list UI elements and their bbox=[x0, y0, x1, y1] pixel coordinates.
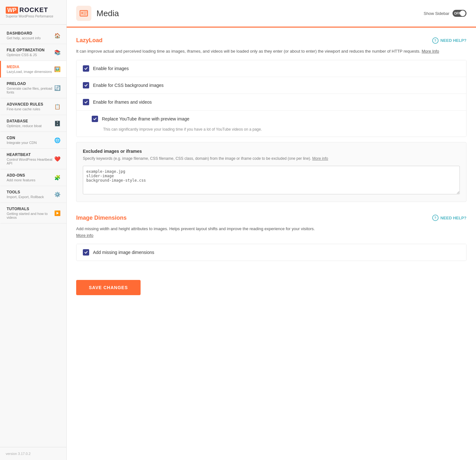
nav-item-text-add-ons: ADD-ONS Add more features bbox=[7, 173, 36, 182]
label-enable-css-bg: Enable for CSS background images bbox=[93, 83, 164, 88]
option-enable-iframes: Enable for iframes and videos bbox=[76, 94, 466, 111]
lazyload-desc: It can improve actual and perceived load… bbox=[76, 48, 466, 55]
nav-item-text-media: MEDIA LazyLoad, image dimensions bbox=[7, 65, 52, 74]
excluded-textarea[interactable]: example-image.jpg slider-image backgroun… bbox=[83, 166, 460, 194]
nav-title-database: DATABASE bbox=[7, 119, 42, 123]
nav-icon-advanced-rules: 📋 bbox=[54, 104, 61, 110]
svg-point-2 bbox=[81, 12, 83, 14]
toggle-thumb bbox=[460, 10, 466, 16]
page-header: Media Show Sidebar OFF bbox=[67, 0, 476, 28]
sidebar-nav: DASHBOARD Get help, account info 🏠 FILE … bbox=[0, 25, 66, 447]
page-header-left: Media bbox=[76, 6, 119, 21]
option-enable-images: Enable for images bbox=[76, 60, 466, 77]
checkbox-enable-iframes[interactable] bbox=[83, 99, 89, 105]
nav-title-tools: TOOLS bbox=[7, 190, 44, 194]
checkbox-enable-images[interactable] bbox=[83, 65, 89, 72]
excluded-more-info[interactable]: More info bbox=[312, 156, 328, 161]
need-help-label: NEED HELP? bbox=[440, 38, 466, 43]
nav-icon-tutorials: ▶️ bbox=[54, 210, 61, 216]
image-dimensions-more-info[interactable]: More info bbox=[76, 233, 93, 238]
main-content: Media Show Sidebar OFF LazyLoad ? NEED H… bbox=[67, 0, 476, 460]
logo-tagline: Superior WordPress Performance bbox=[6, 15, 61, 18]
nav-item-text-cdn: CDN Integrate your CDN bbox=[7, 136, 37, 145]
nav-title-tutorials: TUTORIALS bbox=[7, 207, 54, 211]
nav-title-media: MEDIA bbox=[7, 65, 52, 69]
sidebar-toggle[interactable]: OFF bbox=[453, 10, 466, 17]
excluded-title: Excluded images or iframes bbox=[83, 149, 460, 154]
sidebar-item-add-ons[interactable]: ADD-ONS Add more features 🧩 bbox=[0, 169, 66, 186]
checkbox-add-dimensions[interactable] bbox=[83, 249, 89, 256]
label-enable-images: Enable for images bbox=[93, 66, 129, 71]
page-header-right: Show Sidebar OFF bbox=[424, 10, 466, 17]
need-help-icon: ? bbox=[432, 37, 439, 44]
sidebar: WP ROCKET Superior WordPress Performance… bbox=[0, 0, 67, 460]
nav-item-text-dashboard: DASHBOARD Get help, account info bbox=[7, 31, 41, 40]
lazyload-title: LazyLoad bbox=[76, 37, 102, 44]
nav-item-text-tools: TOOLS Import, Export, Rollback bbox=[7, 190, 44, 199]
nav-title-cdn: CDN bbox=[7, 136, 37, 140]
nav-title-preload: PRELOAD bbox=[7, 81, 54, 86]
nav-title-add-ons: ADD-ONS bbox=[7, 173, 36, 178]
nav-subtitle-database: Optimize, reduce bloat bbox=[7, 124, 42, 128]
image-dimensions-title: Image Dimensions bbox=[76, 215, 127, 221]
label-enable-iframes: Enable for iframes and videos bbox=[93, 100, 152, 105]
label-add-dimensions: Add missing image dimensions bbox=[93, 250, 154, 255]
lazyload-more-info[interactable]: More Info bbox=[422, 49, 439, 54]
nav-icon-cdn: 🌐 bbox=[54, 137, 61, 143]
sidebar-item-preload[interactable]: PRELOAD Generate cache files, preload fo… bbox=[0, 78, 66, 98]
sidebar-item-dashboard[interactable]: DASHBOARD Get help, account info 🏠 bbox=[0, 27, 66, 44]
nav-subtitle-media: LazyLoad, image dimensions bbox=[7, 70, 52, 74]
nav-icon-file-optimization: 📚 bbox=[54, 49, 61, 55]
content-area: LazyLoad ? NEED HELP? It can improve act… bbox=[67, 28, 476, 460]
nav-title-heartbeat: HEARTBEAT bbox=[7, 152, 54, 157]
sidebar-item-tutorials[interactable]: TUTORIALS Getting started and how to vid… bbox=[0, 203, 66, 224]
lazyload-need-help[interactable]: ? NEED HELP? bbox=[432, 37, 466, 44]
sidebar-item-database[interactable]: DATABASE Optimize, reduce bloat 🗄️ bbox=[0, 115, 66, 132]
nav-icon-dashboard: 🏠 bbox=[54, 33, 61, 39]
toggle-track[interactable]: OFF bbox=[453, 10, 466, 17]
checkbox-youtube[interactable] bbox=[92, 116, 98, 122]
nav-item-text-heartbeat: HEARTBEAT Control WordPress Heartbeat AP… bbox=[7, 152, 54, 165]
sidebar-item-tools[interactable]: TOOLS Import, Export, Rollback ⚙️ bbox=[0, 186, 66, 203]
option-youtube: Replace YouTube iframe with preview imag… bbox=[76, 111, 466, 137]
youtube-note: This can significantly improve your load… bbox=[103, 127, 262, 132]
page-title: Media bbox=[96, 9, 119, 18]
lazyload-options: Enable for images Enable for CSS backgro… bbox=[76, 60, 466, 137]
show-sidebar-label: Show Sidebar bbox=[424, 11, 449, 16]
image-dimensions-help-icon: ? bbox=[432, 215, 439, 221]
sidebar-item-cdn[interactable]: CDN Integrate your CDN 🌐 bbox=[0, 132, 66, 149]
nav-title-dashboard: DASHBOARD bbox=[7, 31, 41, 36]
logo-area: WP ROCKET Superior WordPress Performance bbox=[0, 0, 66, 25]
sidebar-item-heartbeat[interactable]: HEARTBEAT Control WordPress Heartbeat AP… bbox=[0, 149, 66, 169]
nav-title-advanced-rules: ADVANCED RULES bbox=[7, 102, 43, 107]
nav-subtitle-tools: Import, Export, Rollback bbox=[7, 195, 44, 199]
nav-subtitle-tutorials: Getting started and how to videos bbox=[7, 212, 54, 219]
save-button[interactable]: SAVE CHANGES bbox=[76, 280, 141, 295]
lazyload-section: LazyLoad ? NEED HELP? It can improve act… bbox=[76, 37, 466, 202]
checkbox-enable-css-bg[interactable] bbox=[83, 82, 89, 88]
nav-subtitle-cdn: Integrate your CDN bbox=[7, 141, 37, 145]
nav-item-text-file-optimization: FILE OPTIMIZATION Optimize CSS & JS bbox=[7, 48, 45, 57]
nav-subtitle-heartbeat: Control WordPress Heartbeat API bbox=[7, 158, 54, 165]
sidebar-item-file-optimization[interactable]: FILE OPTIMIZATION Optimize CSS & JS 📚 bbox=[0, 44, 66, 61]
option-enable-css-bg: Enable for CSS background images bbox=[76, 77, 466, 94]
nav-item-text-tutorials: TUTORIALS Getting started and how to vid… bbox=[7, 207, 54, 219]
nav-item-text-preload: PRELOAD Generate cache files, preload fo… bbox=[7, 81, 54, 94]
sidebar-item-advanced-rules[interactable]: ADVANCED RULES Fine-tune cache rules 📋 bbox=[0, 98, 66, 115]
label-youtube: Replace YouTube iframe with preview imag… bbox=[102, 116, 189, 121]
excluded-section: Excluded images or iframes Specify keywo… bbox=[76, 142, 466, 202]
nav-subtitle-add-ons: Add more features bbox=[7, 178, 36, 182]
toggle-off-label: OFF bbox=[454, 12, 460, 15]
nav-icon-heartbeat: ❤️ bbox=[54, 156, 61, 162]
sidebar-version: version 3.17.0.2 bbox=[0, 447, 66, 460]
nav-subtitle-preload: Generate cache files, preload fonts bbox=[7, 87, 54, 94]
image-dimensions-header: Image Dimensions ? NEED HELP? bbox=[76, 215, 466, 221]
nav-icon-database: 🗄️ bbox=[54, 120, 61, 126]
nav-icon-preload: 🔄 bbox=[54, 85, 61, 91]
image-dimensions-options: Add missing image dimensions bbox=[76, 244, 466, 261]
option-add-dimensions: Add missing image dimensions bbox=[76, 244, 466, 261]
image-dimensions-need-help[interactable]: ? NEED HELP? bbox=[432, 215, 466, 221]
nav-subtitle-dashboard: Get help, account info bbox=[7, 36, 41, 40]
nav-subtitle-file-optimization: Optimize CSS & JS bbox=[7, 53, 45, 57]
sidebar-item-media[interactable]: MEDIA LazyLoad, image dimensions 🖼️ bbox=[0, 61, 66, 78]
